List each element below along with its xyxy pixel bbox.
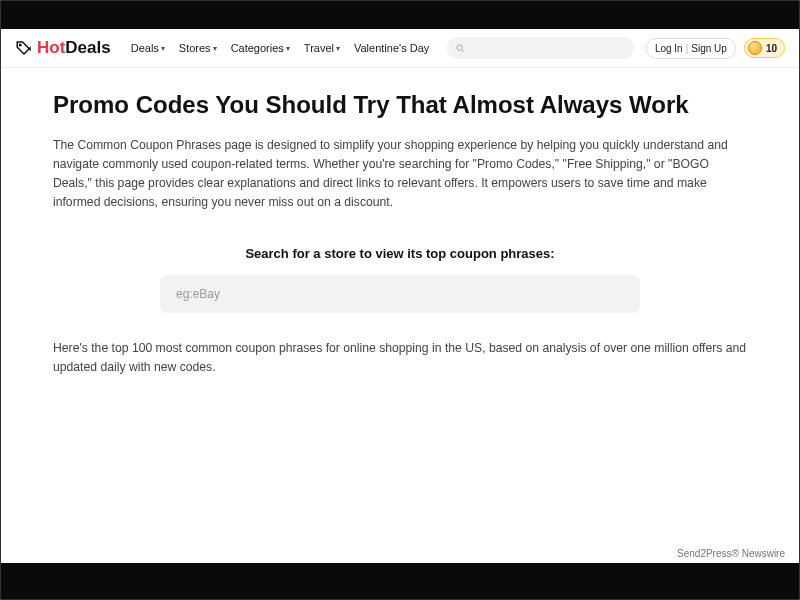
nav-stores-label: Stores bbox=[179, 42, 211, 54]
chevron-down-icon: ▾ bbox=[336, 44, 340, 53]
logo-hot: Hot bbox=[37, 38, 65, 57]
page-title: Promo Codes You Should Try That Almost A… bbox=[53, 90, 747, 120]
tag-icon bbox=[15, 39, 33, 57]
store-search-section: Search for a store to view its top coupo… bbox=[53, 246, 747, 313]
logo[interactable]: HotDeals bbox=[15, 38, 111, 58]
nav-valentines[interactable]: Valentine's Day bbox=[348, 38, 435, 58]
nav-categories[interactable]: Categories▾ bbox=[225, 38, 296, 58]
nav-travel-label: Travel bbox=[304, 42, 334, 54]
coin-icon bbox=[748, 41, 762, 55]
chevron-down-icon: ▾ bbox=[286, 44, 290, 53]
auth-buttons[interactable]: Log In|Sign Up bbox=[646, 38, 736, 59]
chevron-down-icon: ▾ bbox=[213, 44, 217, 53]
nav-deals-label: Deals bbox=[131, 42, 159, 54]
coin-badge[interactable]: 10 bbox=[744, 38, 785, 58]
chevron-down-icon: ▾ bbox=[161, 44, 165, 53]
browser-bottombar bbox=[1, 563, 799, 599]
signup-link[interactable]: Sign Up bbox=[691, 43, 727, 54]
auth-divider: | bbox=[686, 43, 689, 54]
main-content: Promo Codes You Should Try That Almost A… bbox=[1, 68, 799, 376]
main-nav: Deals▾ Stores▾ Categories▾ Travel▾ Valen… bbox=[125, 38, 436, 58]
search-icon bbox=[455, 43, 466, 54]
site-header: HotDeals Deals▾ Stores▾ Categories▾ Trav… bbox=[1, 29, 799, 68]
svg-point-0 bbox=[20, 44, 22, 46]
footer-credit: Send2Press® Newswire bbox=[677, 548, 785, 559]
logo-deals: Deals bbox=[65, 38, 110, 57]
intro-paragraph: The Common Coupon Phrases page is design… bbox=[53, 136, 747, 212]
login-link[interactable]: Log In bbox=[655, 43, 683, 54]
svg-point-1 bbox=[457, 44, 463, 50]
store-search-input[interactable]: eg:eBay bbox=[160, 275, 640, 313]
nav-deals[interactable]: Deals▾ bbox=[125, 38, 171, 58]
coin-count: 10 bbox=[766, 43, 777, 54]
header-search[interactable] bbox=[447, 37, 634, 59]
store-search-label: Search for a store to view its top coupo… bbox=[53, 246, 747, 261]
nav-travel[interactable]: Travel▾ bbox=[298, 38, 346, 58]
nav-categories-label: Categories bbox=[231, 42, 284, 54]
svg-line-2 bbox=[462, 49, 464, 51]
store-search-placeholder: eg:eBay bbox=[176, 287, 220, 301]
nav-valentines-label: Valentine's Day bbox=[354, 42, 429, 54]
subtext-paragraph: Here's the top 100 most common coupon ph… bbox=[53, 339, 747, 377]
browser-topbar bbox=[1, 1, 799, 29]
nav-stores[interactable]: Stores▾ bbox=[173, 38, 223, 58]
